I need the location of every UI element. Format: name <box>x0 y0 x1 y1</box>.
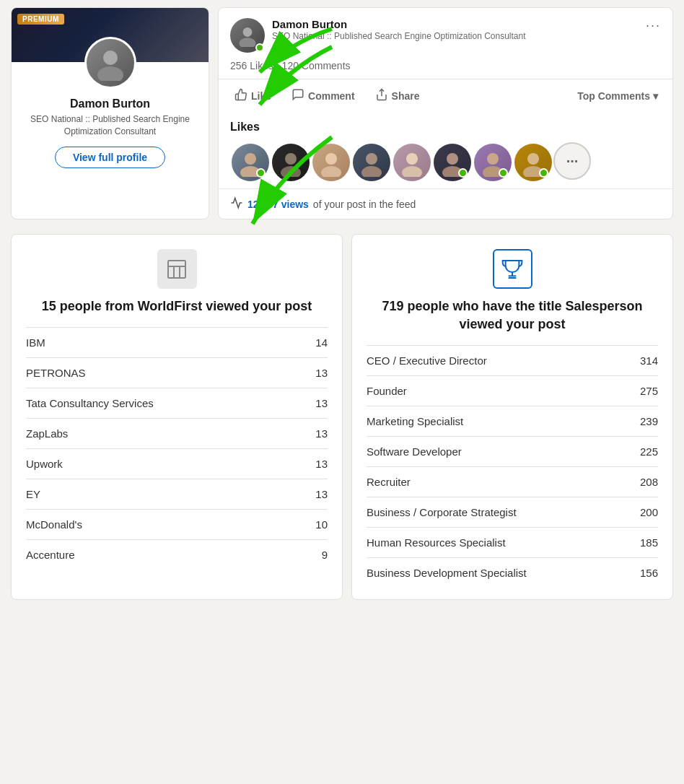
share-icon <box>375 88 388 103</box>
post-author-subtitle: SEO National :: Published Search Engine … <box>272 31 661 41</box>
likes-avatars: ··· <box>230 142 661 180</box>
stat-row: Tata Consultancy Services 13 <box>26 388 328 418</box>
svg-point-19 <box>527 153 539 165</box>
chart-icon <box>230 196 243 212</box>
online-dot <box>256 168 266 178</box>
views-count: 12,167 views <box>247 199 309 210</box>
like-button[interactable]: Like <box>224 82 281 109</box>
stat-row: Accenture 9 <box>26 539 328 570</box>
online-dot <box>539 168 548 178</box>
job-title-card-title: 719 people who have the title Salesperso… <box>367 297 658 334</box>
profile-card: PREMIUM Damon Burton SEO National :: Pub… <box>11 7 209 219</box>
stat-label: PETRONAS <box>26 367 86 379</box>
top-comments-button[interactable]: Top Comments ▾ <box>569 84 667 108</box>
svg-point-1 <box>97 66 123 81</box>
stat-label: Accenture <box>26 549 75 561</box>
stat-value: 185 <box>640 536 658 549</box>
stat-row: Marketing Specialist 239 <box>367 406 658 436</box>
profile-title: SEO National :: Published Search Engine … <box>12 113 209 138</box>
views-suffix: of your post in the feed <box>313 199 416 210</box>
stat-label: McDonald's <box>26 518 82 531</box>
stat-label: Business Development Specialist <box>367 567 527 579</box>
chevron-down-icon: ▾ <box>653 90 658 102</box>
stat-value: 9 <box>322 549 328 561</box>
company-icon-box <box>157 249 197 289</box>
avatar <box>84 37 136 89</box>
svg-rect-24 <box>168 261 185 278</box>
post-author-info: Damon Burton SEO National :: Published S… <box>272 18 661 53</box>
post-actions: Like Comment <box>219 79 672 112</box>
like-avatar[interactable] <box>271 142 308 180</box>
profile-name: Damon Burton <box>12 97 209 110</box>
post-time: 1d <box>272 43 661 53</box>
trophy-icon-box <box>493 249 532 289</box>
svg-point-7 <box>285 153 297 165</box>
top-comments-label: Top Comments <box>577 90 650 102</box>
job-title-stats-list: CEO / Executive Director 314 Founder 275… <box>367 345 658 588</box>
stat-row: ZapLabs 13 <box>26 418 328 448</box>
like-label: Like <box>251 90 271 102</box>
share-button[interactable]: Share <box>365 82 430 109</box>
premium-badge: PREMIUM <box>17 14 64 25</box>
like-avatar[interactable] <box>351 142 389 180</box>
svg-point-14 <box>402 166 422 177</box>
view-profile-button[interactable]: View full profile <box>55 147 165 168</box>
svg-point-13 <box>406 153 418 165</box>
stat-value: 156 <box>640 567 658 579</box>
like-icon <box>234 88 247 103</box>
like-avatar[interactable] <box>311 142 348 180</box>
stat-value: 13 <box>315 397 328 409</box>
svg-point-17 <box>487 153 499 165</box>
stat-label: Marketing Specialist <box>367 415 463 427</box>
svg-point-12 <box>361 166 382 177</box>
stat-value: 13 <box>315 488 328 500</box>
company-card-title: 15 people from WorldFirst viewed your po… <box>26 297 328 315</box>
like-avatar[interactable] <box>432 142 470 180</box>
stat-row: Business Development Specialist 156 <box>367 557 658 588</box>
company-stats-list: IBM 14 PETRONAS 13 Tata Consultancy Serv… <box>26 327 328 570</box>
svg-point-8 <box>281 166 301 177</box>
share-label: Share <box>392 90 420 102</box>
stat-value: 14 <box>315 336 328 349</box>
svg-point-0 <box>103 51 118 65</box>
svg-point-10 <box>321 166 341 177</box>
stat-value: 13 <box>315 367 328 379</box>
post-header: Damon Burton SEO National :: Published S… <box>219 8 672 60</box>
stat-label: IBM <box>26 336 45 349</box>
svg-point-5 <box>245 153 256 165</box>
stat-label: CEO / Executive Director <box>367 354 487 367</box>
online-indicator <box>255 43 264 52</box>
likes-section: Likes <box>219 112 672 188</box>
stat-row: PETRONAS 13 <box>26 357 328 388</box>
stat-label: ZapLabs <box>26 427 68 440</box>
online-dot <box>458 168 468 178</box>
like-avatar[interactable] <box>392 142 429 180</box>
post-author-avatar <box>230 18 265 53</box>
company-card: 15 people from WorldFirst viewed your po… <box>11 234 343 600</box>
likes-title: Likes <box>230 121 661 134</box>
like-avatar[interactable] <box>230 142 268 180</box>
stat-label: Business / Corporate Strategist <box>367 506 517 518</box>
stat-label: Software Developer <box>367 445 462 458</box>
stat-row: Human Resources Specialist 185 <box>367 527 658 557</box>
comment-label: Comment <box>308 90 355 102</box>
views-row: 12,167 views of your post in the feed <box>219 188 672 219</box>
like-avatar[interactable] <box>473 142 510 180</box>
stat-value: 225 <box>640 445 658 458</box>
more-likes-button[interactable]: ··· <box>553 142 591 180</box>
stat-row: McDonald's 10 <box>26 509 328 539</box>
stat-label: Founder <box>367 385 407 397</box>
trophy-icon <box>501 258 524 281</box>
svg-point-9 <box>325 153 337 165</box>
stat-value: 239 <box>640 415 658 427</box>
stat-row: EY 13 <box>26 479 328 509</box>
post-card: Damon Burton SEO National :: Published S… <box>218 7 673 219</box>
stat-value: 200 <box>640 506 658 518</box>
comment-button[interactable]: Comment <box>281 82 365 109</box>
post-stats: 256 Likes · 120 Comments <box>219 60 672 79</box>
more-options-button[interactable]: ··· <box>646 18 661 33</box>
stat-value: 13 <box>315 427 328 440</box>
comment-icon <box>291 88 304 103</box>
stat-label: Recruiter <box>367 476 411 488</box>
like-avatar[interactable] <box>513 142 551 180</box>
